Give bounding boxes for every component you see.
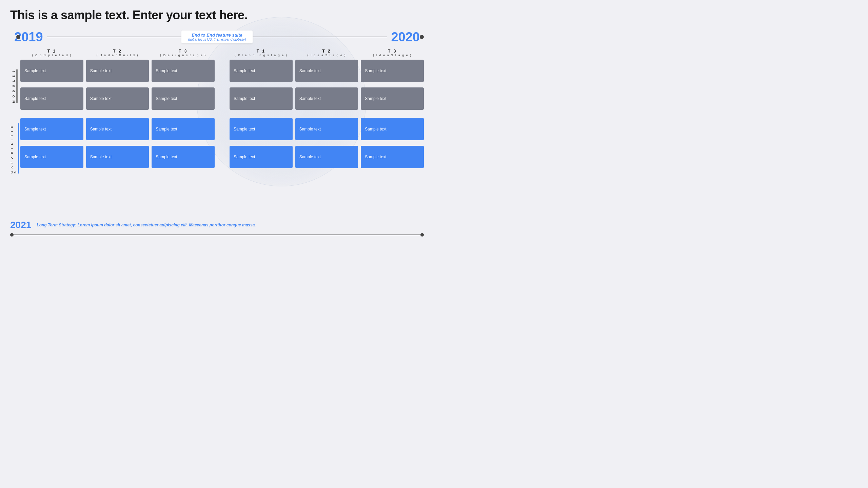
modules-label: M o d u l e s <box>10 61 19 111</box>
mod-2020-t3-r2: Sample text <box>361 87 424 110</box>
year-2019-label: 2019 <box>10 30 47 43</box>
timeline-main-label: End to End feature suite <box>188 33 246 38</box>
cap-2019-t1-r2: Sample text <box>20 146 83 168</box>
q2020-t1-header: T 1 ( P l a n n i n g s t a g e ) <box>230 49 293 57</box>
cap-2020-t3-r2: Sample text <box>361 146 424 168</box>
capabilities-label: C a p a b i l i t i e s <box>10 123 19 174</box>
q2019-t1-header: T 1 ( C o m p l e t e d ) <box>20 49 83 57</box>
mod-2020-t1-r1: Sample text <box>230 60 293 82</box>
year-2021-label: 2021 <box>10 220 31 230</box>
timeline-center-box: End to End feature suite (Initial focus … <box>181 30 253 43</box>
cap-2019-t2-r1: Sample text <box>86 118 149 140</box>
capabilities-row-1: Sample text Sample text Sample text Samp… <box>20 118 424 143</box>
cap-2019-t2-r2: Sample text <box>86 146 149 168</box>
cap-2019-t1-r1: Sample text <box>20 118 83 140</box>
q2019-t3-header: T 3 ( D e s i g n s t a g e ) <box>152 49 215 57</box>
q2019-t2-header: T 2 ( U n d e r B u i l d ) <box>86 49 149 57</box>
top-timeline: 2019 End to End feature suite (Initial f… <box>10 28 424 45</box>
mod-2019-t2-r1: Sample text <box>86 60 149 82</box>
strategy-text: Long Term Strategy: Lorem ipsum dolor si… <box>37 223 256 227</box>
mod-2020-t2-r1: Sample text <box>295 60 358 82</box>
timeline-sub-label: (Initial focus US, then expand globally) <box>188 38 246 41</box>
cap-2020-t1-r2: Sample text <box>230 146 293 168</box>
q2020-t2-header: T 2 ( I d e a S t a g e ) <box>295 49 358 57</box>
mod-2020-t3-r1: Sample text <box>361 60 424 82</box>
mod-2020-t2-r2: Sample text <box>295 87 358 110</box>
cap-2020-t3-r1: Sample text <box>361 118 424 140</box>
mod-2019-t1-r2: Sample text <box>20 87 83 110</box>
cap-2020-t1-r1: Sample text <box>230 118 293 140</box>
page-title: This is a sample text. Enter your text h… <box>10 8 424 22</box>
mod-2020-t1-r2: Sample text <box>230 87 293 110</box>
capabilities-row-2: Sample text Sample text Sample text Samp… <box>20 146 424 171</box>
q2020-t3-header: T 3 ( I d e a S t a g e ) <box>361 49 424 57</box>
year-2020-label: 2020 <box>387 30 424 43</box>
modules-row-2: Sample text Sample text Sample text Samp… <box>20 87 424 113</box>
modules-row-1: Sample text Sample text Sample text Samp… <box>20 60 424 85</box>
cap-2020-t2-r2: Sample text <box>295 146 358 168</box>
bottom-timeline: 2021 Long Term Strategy: Lorem ipsum dol… <box>10 220 424 237</box>
mod-2019-t3-r2: Sample text <box>152 87 215 110</box>
cap-2019-t3-r1: Sample text <box>152 118 215 140</box>
cap-2020-t2-r1: Sample text <box>295 118 358 140</box>
mod-2019-t2-r2: Sample text <box>86 87 149 110</box>
mod-2019-t1-r1: Sample text <box>20 60 83 82</box>
mod-2019-t3-r1: Sample text <box>152 60 215 82</box>
cap-2019-t3-r2: Sample text <box>152 146 215 168</box>
